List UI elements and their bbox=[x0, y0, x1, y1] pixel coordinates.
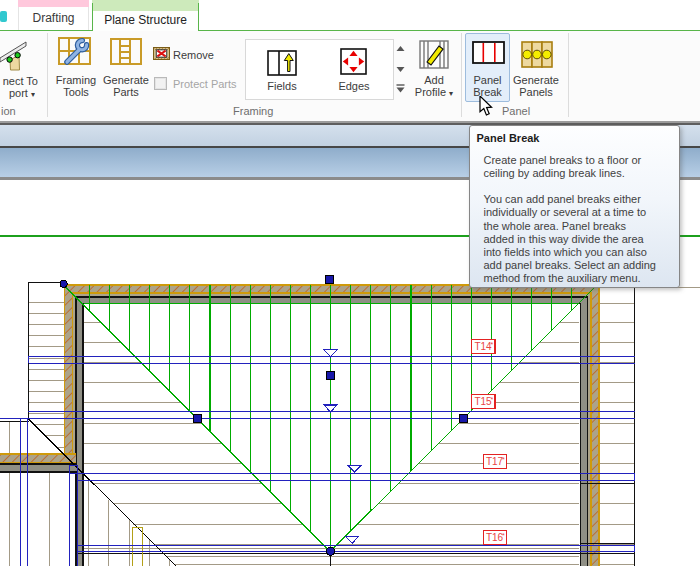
svg-text:*: * bbox=[490, 396, 493, 403]
svg-text:*: * bbox=[490, 341, 493, 348]
svg-text:*: * bbox=[502, 456, 505, 463]
svg-text:*: * bbox=[502, 532, 505, 539]
